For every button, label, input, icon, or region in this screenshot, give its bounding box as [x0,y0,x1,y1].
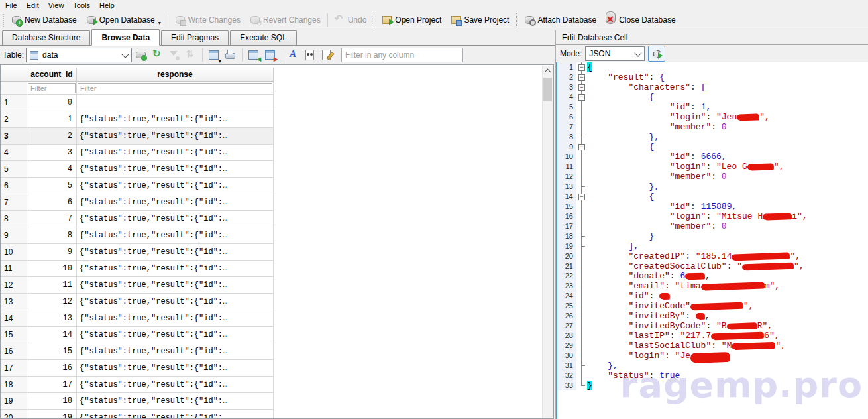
code-text[interactable]: "status": true [587,371,680,381]
code-text[interactable]: { [587,62,592,72]
row-number[interactable]: 17 [1,360,27,377]
cell-response[interactable]: {"status":true,"result":{"id":… [77,111,274,128]
cell-response[interactable]: {"status":true,"result":{"id":… [77,178,274,194]
cell-account-id[interactable]: 9 [27,244,77,261]
code-text[interactable]: "invitedBy": , [587,311,710,321]
menu-view[interactable]: View [44,1,70,10]
font-icon[interactable] [286,48,301,62]
new-database-button[interactable]: New Database [7,12,81,28]
cell-account-id[interactable]: 1 [27,111,77,128]
cell-account-id[interactable]: 8 [27,227,77,244]
code-text[interactable]: "id": 6666, [587,152,727,162]
code-text[interactable]: "result": { [587,72,665,82]
row-number[interactable]: 13 [1,294,27,310]
refresh-icon[interactable] [150,48,165,62]
row-number[interactable]: 9 [1,227,27,244]
cell-account-id[interactable]: 15 [27,343,77,360]
cell-response[interactable]: {"status":true,"result":{"id":… [77,410,274,419]
cell-account-id[interactable]: 17 [27,377,77,393]
insert-row-icon[interactable] [246,48,261,62]
column-header-account-id[interactable]: account_id [27,68,77,82]
filter-any-column-input[interactable] [341,48,463,62]
save-view-icon[interactable] [207,48,221,62]
cell-response[interactable]: {"status":true,"result":{"id":… [77,161,274,178]
code-text[interactable]: ], [587,241,639,251]
cell-response[interactable]: {"status":true,"result":{"id":… [77,211,274,227]
delete-row-icon[interactable] [263,48,278,62]
edit-cell-icon[interactable] [319,48,334,62]
menu-file[interactable]: File [1,1,23,10]
attach-database-button[interactable]: Attach Database [519,12,601,28]
code-text[interactable]: "email": "timam", [587,281,780,291]
cell-account-id[interactable]: 14 [27,327,77,343]
cell-account-id[interactable]: 3 [27,145,77,161]
menu-help[interactable]: Help [95,1,120,10]
row-number[interactable]: 19 [1,393,27,410]
row-number[interactable]: 6 [1,178,27,194]
row-number[interactable]: 10 [1,244,27,261]
save-project-button[interactable]: Save Project [446,12,514,28]
apply-changes-button[interactable] [648,46,665,62]
fold-collapse-icon[interactable] [576,192,587,202]
code-text[interactable]: }, [587,361,618,371]
tab-database-structure[interactable]: Database Structure [2,30,90,45]
tab-edit-pragmas[interactable]: Edit Pragmas [161,30,229,45]
cell-response[interactable]: {"status":true,"result":{"id":… [77,244,274,261]
column-header-response[interactable]: response [77,68,274,82]
cell-response[interactable]: {"status":true,"result":{"id":… [77,194,274,211]
cell-response[interactable]: {"status":true,"result":{"id":… [77,377,274,393]
fold-collapse-icon[interactable] [576,72,587,82]
row-number[interactable]: 11 [1,261,27,277]
code-text[interactable]: }, [587,182,659,192]
cell-account-id[interactable]: 4 [27,161,77,178]
code-text[interactable]: "login": "Je [587,351,730,361]
menu-edit[interactable]: Edit [23,1,44,10]
open-database-button[interactable]: Open Database▾ [81,12,166,28]
cell-account-id[interactable]: 7 [27,211,77,227]
cell-account-id[interactable]: 2 [27,128,77,145]
cell-account-id[interactable]: 0 [27,95,77,111]
cell-response[interactable]: {"status":true,"result":{"id":… [77,343,274,360]
table-select[interactable]: data [26,48,132,62]
row-number[interactable]: 7 [1,194,27,211]
cell-response[interactable]: {"status":true,"result":{"id":… [77,393,274,410]
code-text[interactable]: "member": 0 [587,221,727,231]
cell-account-id[interactable]: 11 [27,277,77,294]
cell-account-id[interactable]: 18 [27,393,77,410]
code-text[interactable]: "lastSocialClub": "M", [587,341,786,351]
code-text[interactable]: "id": [587,291,670,301]
cell-response[interactable]: {"status":true,"result":{"id":… [77,310,274,327]
scrollbar-up-arrow-icon[interactable] [543,66,553,76]
cell-response[interactable]: {"status":true,"result":{"id":… [77,294,274,310]
cell-account-id[interactable]: 12 [27,294,77,310]
cell-response[interactable]: {"status":true,"result":{"id":… [77,360,274,377]
code-text[interactable]: "inviteCode"", [587,301,754,311]
tab-browse-data[interactable]: Browse Data [91,29,160,46]
code-text[interactable]: "createdSocialClub": "", [587,261,804,271]
code-text[interactable]: }, [587,132,659,142]
cell-response[interactable] [77,95,274,111]
cell-account-id[interactable]: 16 [27,360,77,377]
cell-account-id[interactable]: 5 [27,178,77,194]
row-number[interactable]: 12 [1,277,27,294]
code-text[interactable]: "lastIP": "217.76", [587,331,780,341]
code-text[interactable]: "invitedByCode": "BR", [587,321,773,331]
code-text[interactable]: "login": "Leo G", [587,162,784,172]
cell-response[interactable]: {"status":true,"result":{"id":… [77,227,274,244]
code-text[interactable]: { [587,192,654,202]
fold-collapse-icon[interactable] [576,142,587,152]
code-text[interactable]: { [587,92,654,102]
code-text[interactable]: "member": 0 [587,172,727,182]
tab-execute-sql[interactable]: Execute SQL [230,30,297,45]
code-text[interactable]: "createdIP": "185.14", [587,251,800,261]
row-number[interactable]: 8 [1,211,27,227]
code-text[interactable]: "donate": 6, [587,271,710,281]
cell-response[interactable]: {"status":true,"result":{"id":… [77,261,274,277]
account-id-filter-input[interactable] [28,83,76,93]
row-number[interactable]: 15 [1,327,27,343]
print-icon[interactable] [223,48,238,62]
row-number[interactable]: 3 [1,128,27,145]
row-number[interactable]: 16 [1,343,27,360]
cell-response[interactable]: {"status":true,"result":{"id":… [77,327,274,343]
row-number[interactable]: 20 [1,410,27,419]
